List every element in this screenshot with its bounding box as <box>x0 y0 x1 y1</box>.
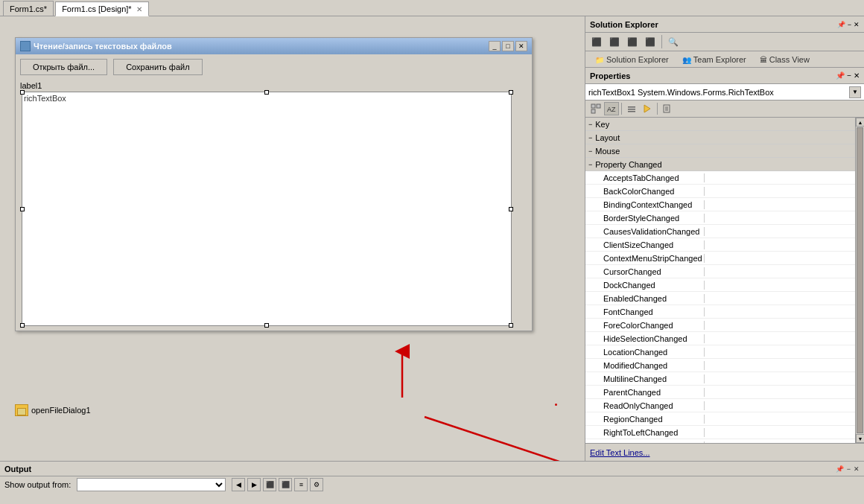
sol-pin-button[interactable]: 📌 <box>837 21 845 28</box>
prop-close-button[interactable]: ✕ <box>854 71 860 80</box>
scroll-up-button[interactable]: ▲ <box>856 118 864 127</box>
svg-line-3 <box>425 417 579 461</box>
prop-row[interactable]: AcceptsTabChanged <box>585 171 855 185</box>
properties-list[interactable]: −Key−Layout−Mouse−Property ChangedAccept… <box>585 118 855 443</box>
svg-rect-6 <box>591 109 595 113</box>
output-minus-button[interactable]: − <box>847 465 851 473</box>
open-file-button[interactable]: Открыть файл... <box>20 59 107 75</box>
prop-row[interactable]: RightToLeftChanged <box>585 426 855 439</box>
output-icon4-button[interactable]: ⬛ <box>279 478 292 491</box>
richtextbox-container[interactable]: richTextBox <box>22 92 512 326</box>
open-file-dialog-icon <box>15 404 28 416</box>
sol-back-button[interactable]: ⬛ <box>588 34 605 49</box>
sol-minimize-button[interactable]: − <box>848 21 851 28</box>
prop-pages-button[interactable] <box>660 102 675 115</box>
prop-row[interactable]: CausesValidationChanged <box>585 225 855 238</box>
handle-right[interactable] <box>509 207 513 211</box>
prop-category-mouse[interactable]: −Mouse <box>585 144 855 158</box>
output-source-dropdown[interactable] <box>77 478 226 491</box>
prop-row[interactable]: LocationChanged <box>585 345 855 359</box>
sol-tool3-button[interactable]: ⬛ <box>624 34 641 49</box>
handle-top[interactable] <box>264 90 269 95</box>
prop-pin-button[interactable]: 📌 <box>836 71 845 80</box>
prop-row[interactable]: DockChanged <box>585 278 855 292</box>
prop-alpha-button[interactable]: AZ <box>604 102 619 115</box>
solution-explorer-title: Solution Explorer <box>590 20 658 29</box>
prop-row[interactable]: BindingContextChanged <box>585 198 855 211</box>
prop-row[interactable]: RegionChanged <box>585 412 855 426</box>
handle-bl[interactable] <box>20 323 25 328</box>
sol-close-icon[interactable]: ✕ <box>854 21 860 28</box>
prop-row[interactable]: ParentChanged <box>585 386 855 399</box>
output-icon6-button[interactable]: ⚙ <box>310 478 323 491</box>
scroll-down-button[interactable]: ▼ <box>856 434 864 443</box>
close-button[interactable]: ✕ <box>515 41 527 51</box>
props-toolbar-sep1 <box>621 103 622 115</box>
prop-name-label: ReadOnlyChanged <box>585 401 705 410</box>
output-icon2-button[interactable]: ▶ <box>247 478 261 491</box>
sol-tool4-button[interactable]: ⬛ <box>642 34 658 49</box>
handle-bottom[interactable] <box>264 323 269 328</box>
prop-name-label: ParentChanged <box>585 388 705 397</box>
sub-tab-class-view[interactable]: 🏛 Class View <box>753 52 816 67</box>
prop-category-property-changed[interactable]: −Property Changed <box>585 158 855 171</box>
prop-name-label: BackColorChanged <box>585 187 705 196</box>
output-close-button[interactable]: ✕ <box>854 465 860 473</box>
prop-row[interactable]: FontChanged <box>585 305 855 319</box>
handle-br[interactable] <box>509 323 513 328</box>
maximize-button[interactable]: □ <box>502 41 514 51</box>
output-icon3-button[interactable]: ⬛ <box>263 478 276 491</box>
handle-tl[interactable] <box>20 90 25 95</box>
sub-tab-solution-explorer[interactable]: 📁 Solution Explorer <box>588 52 676 67</box>
prop-row[interactable]: BackColorChanged <box>585 185 855 198</box>
output-icon-row: ◀ ▶ ⬛ ⬛ ≡ ⚙ <box>232 478 323 491</box>
properties-selector[interactable]: richTextBox1 System.Windows.Forms.RichTe… <box>585 84 864 101</box>
prop-name-label: CausesValidationChanged <box>585 227 705 236</box>
props-scrollbar[interactable]: ▲ ▼ <box>855 118 864 443</box>
edit-text-lines-link[interactable]: Edit Text Lines... <box>590 448 650 457</box>
prop-properties-button[interactable] <box>624 102 639 115</box>
output-icon5-button[interactable]: ≡ <box>294 478 308 491</box>
prop-events-button[interactable] <box>640 102 655 115</box>
output-icon1-button[interactable]: ◀ <box>232 478 245 491</box>
right-panel: Solution Explorer 📌 − ✕ ⬛ ⬛ ⬛ ⬛ 🔍 📁 Solu… <box>585 16 864 461</box>
main-content: Чтение/запись текстовых файлов _ □ ✕ Отк… <box>0 16 864 461</box>
prop-category-key[interactable]: −Key <box>585 118 855 131</box>
tab-form1cs-design[interactable]: Form1.cs [Design]* ✕ <box>55 1 149 16</box>
prop-row[interactable]: ReadOnlyChanged <box>585 399 855 412</box>
prop-name-label: ClientSizeChanged <box>585 240 705 249</box>
scroll-thumb[interactable] <box>857 127 863 433</box>
prop-row[interactable]: ClientSizeChanged <box>585 238 855 252</box>
prop-categorized-button[interactable] <box>588 102 603 115</box>
output-pin-button[interactable]: 📌 <box>836 465 844 473</box>
prop-row[interactable]: BorderStyleChanged <box>585 211 855 225</box>
category-label: Key <box>595 120 609 129</box>
prop-category-layout[interactable]: −Layout <box>585 131 855 144</box>
save-file-button[interactable]: Сохранить файл <box>113 59 202 75</box>
props-toolbar-sep2 <box>657 103 658 115</box>
minimize-button[interactable]: _ <box>489 41 501 51</box>
tab-close-icon[interactable]: ✕ <box>136 5 142 13</box>
prop-name-label: RegionChanged <box>585 415 705 424</box>
sub-tab-team-explorer[interactable]: 👥 Team Explorer <box>676 52 753 67</box>
prop-row[interactable]: ContextMenuStripChanged <box>585 252 855 265</box>
handle-left[interactable] <box>20 207 25 211</box>
prop-row[interactable]: ModifiedChanged <box>585 359 855 372</box>
prop-row[interactable]: ForeColorChanged <box>585 319 855 332</box>
prop-row[interactable]: CursorChanged <box>585 265 855 278</box>
prop-row[interactable]: MultilineChanged <box>585 372 855 386</box>
handle-tr[interactable] <box>509 90 513 95</box>
prop-row[interactable]: EnabledChanged <box>585 292 855 305</box>
selector-dropdown-button[interactable]: ▼ <box>849 86 861 98</box>
category-expand-icon: − <box>588 161 592 168</box>
tab-form1cs[interactable]: Form1.cs* <box>3 1 54 16</box>
prop-minimize-button[interactable]: − <box>847 71 851 80</box>
sol-refresh-button[interactable]: ⬛ <box>606 34 623 49</box>
sol-toolbar: ⬛ ⬛ ⬛ ⬛ 🔍 <box>585 33 864 51</box>
output-header: Output 📌 − ✕ <box>0 462 864 476</box>
class-view-icon: 🏛 <box>760 56 767 64</box>
sol-search-button[interactable]: 🔍 <box>665 34 682 49</box>
properties-header: Properties 📌 − ✕ <box>585 68 864 84</box>
prop-row[interactable]: HideSelectionChanged <box>585 332 855 345</box>
sol-toolbar-separator <box>661 35 662 48</box>
